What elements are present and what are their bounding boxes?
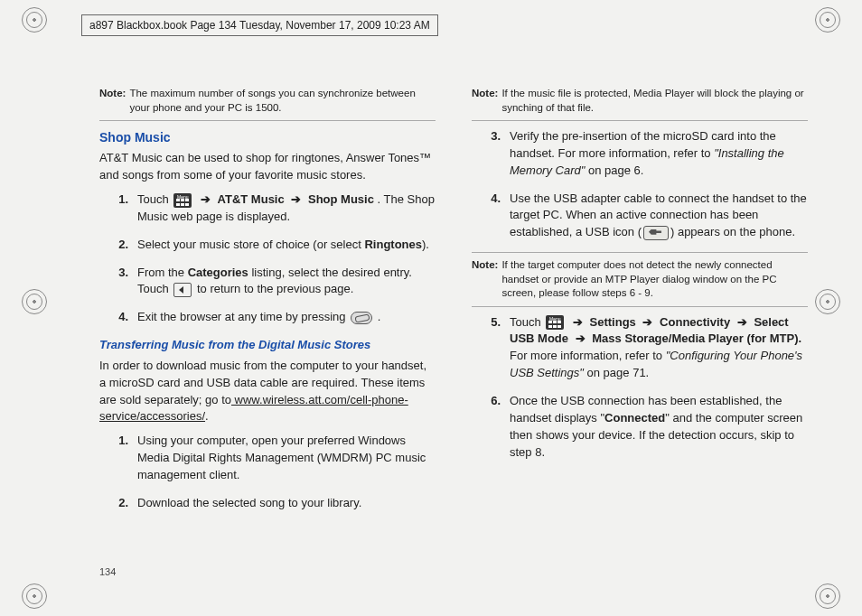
step-body: Select your music store of choice (or se… [137, 237, 436, 254]
step-item: 4. Use the USB adapter cable to connect … [484, 191, 808, 242]
step-number: 3. [112, 265, 128, 282]
step-number: 2. [112, 495, 128, 512]
bold-text: Connected [604, 411, 665, 425]
text: ) appears on the phone. [670, 225, 795, 238]
step-item: 2. Download the selected song to your li… [112, 495, 436, 512]
registration-mark [22, 289, 47, 314]
note-label: Note: [99, 87, 126, 115]
bold-text: Connectivity [660, 315, 730, 329]
steps-list: 1. Using your computer, open your prefer… [99, 433, 436, 511]
note-label: Note: [472, 87, 498, 115]
step-number: 1. [112, 433, 128, 450]
text: ). [422, 238, 429, 251]
bold-text: Ringtones [364, 238, 422, 251]
menu-icon [546, 315, 564, 330]
step-item: 6. Once the USB connection has been esta… [484, 393, 808, 461]
text: Select your music store of choice (or se… [137, 238, 364, 251]
text: on page 71. [584, 366, 649, 379]
page-header-metadata: a897 Blackbox.book Page 134 Tuesday, Nov… [81, 14, 438, 36]
bold-text: Mass Storage/Media Player (for MTP). [592, 331, 801, 345]
heading-transferring-music: Transferring Music from the Digital Musi… [99, 337, 436, 354]
step-body: Exit the browser at any time by pressing… [137, 309, 436, 326]
step-number: 3. [484, 128, 501, 145]
left-column: Note: The maximum number of songs you ca… [99, 87, 436, 580]
step-number: 2. [112, 237, 128, 254]
bold-text: Shop Music [308, 192, 374, 206]
heading-shop-music: Shop Music [99, 128, 436, 146]
step-item: 1. Using your computer, open your prefer… [112, 433, 436, 484]
arrow-icon: ➔ [576, 331, 586, 345]
usb-icon [643, 226, 669, 240]
paragraph: In order to download music from the comp… [99, 358, 436, 425]
registration-mark [22, 583, 47, 609]
step-number: 4. [112, 309, 128, 326]
steps-list: 1. Touch ➔ AT&T Music ➔ Shop Music . The… [99, 191, 436, 326]
step-body: Use the USB adapter cable to connect the… [510, 191, 808, 242]
text: Exit the browser at any time by pressing [137, 310, 349, 323]
step-body: Touch ➔ Settings ➔ Connectivity ➔ Select… [510, 314, 808, 382]
step-body: Verify the pre-insertion of the microSD … [510, 128, 808, 180]
step-item: 4. Exit the browser at any time by press… [112, 309, 436, 326]
page-content: Note: The maximum number of songs you ca… [99, 87, 808, 580]
step-body: Touch ➔ AT&T Music ➔ Shop Music . The Sh… [137, 191, 436, 226]
step-body: Download the selected song to your libra… [137, 495, 436, 512]
paragraph: AT&T Music can be used to shop for ringt… [99, 150, 436, 184]
text: For more information, refer to [510, 349, 666, 362]
step-body: Using your computer, open your preferred… [137, 433, 436, 484]
note-label: Note: [472, 258, 498, 301]
note-text: If the target computer does not detect t… [501, 258, 808, 301]
page-number: 134 [99, 565, 116, 580]
text: . [378, 310, 381, 323]
text: on page 6. [585, 163, 643, 177]
note-text: If the music file is protected, Media Pl… [501, 87, 808, 115]
arrow-icon: ➔ [737, 315, 747, 329]
registration-mark [815, 7, 840, 33]
bold-text: Categories [188, 266, 248, 279]
step-body: From the Categories listing, select the … [137, 265, 436, 299]
bold-text: Settings [590, 315, 636, 329]
note-block: Note: If the music file is protected, Me… [472, 87, 808, 121]
step-number: 5. [484, 314, 501, 331]
arrow-icon: ➔ [642, 315, 652, 329]
step-item: 1. Touch ➔ AT&T Music ➔ Shop Music . The… [112, 191, 436, 226]
step-body: Once the USB connection has been establi… [510, 393, 808, 461]
text: From the [137, 266, 188, 279]
step-item: 5. Touch ➔ Settings ➔ Connectivity ➔ Sel… [484, 314, 808, 382]
text: to return to the previous page. [197, 282, 353, 295]
text: Touch [137, 192, 172, 206]
text: . [205, 409, 209, 423]
menu-icon [173, 193, 192, 208]
registration-mark [815, 583, 840, 609]
note-text: The maximum number of songs you can sync… [129, 87, 436, 115]
step-number: 1. [112, 191, 128, 209]
text: Touch [510, 315, 544, 329]
arrow-icon: ➔ [201, 192, 211, 206]
registration-mark [22, 7, 47, 33]
bold-text: AT&T Music [218, 192, 285, 206]
registration-mark [815, 289, 840, 314]
steps-list: 5. Touch ➔ Settings ➔ Connectivity ➔ Sel… [472, 314, 808, 462]
arrow-icon: ➔ [573, 315, 583, 329]
step-number: 6. [484, 393, 501, 410]
step-item: 3. Verify the pre-insertion of the micro… [484, 128, 808, 180]
end-call-icon [351, 312, 372, 324]
step-item: 2. Select your music store of choice (or… [112, 237, 436, 254]
right-column: Note: If the music file is protected, Me… [472, 87, 808, 580]
note-block: Note: If the target computer does not de… [472, 252, 808, 307]
note-block: Note: The maximum number of songs you ca… [99, 87, 436, 121]
steps-list: 3. Verify the pre-insertion of the micro… [472, 128, 808, 241]
back-icon [173, 283, 192, 297]
arrow-icon: ➔ [291, 192, 301, 206]
step-number: 4. [484, 191, 501, 208]
step-item: 3. From the Categories listing, select t… [112, 265, 436, 299]
